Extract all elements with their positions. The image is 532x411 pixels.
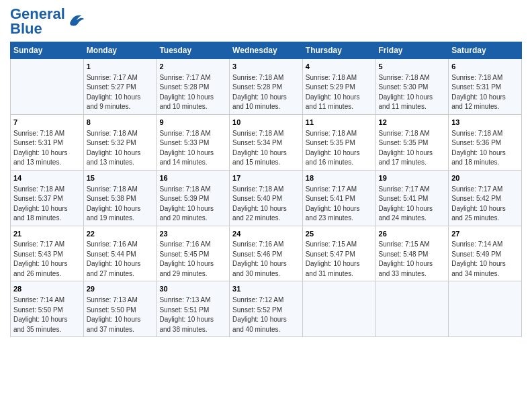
weekday-header-saturday: Saturday xyxy=(449,42,522,59)
sunset-text: Sunset: 5:49 PM xyxy=(451,250,501,258)
sunset-text: Sunset: 5:41 PM xyxy=(379,195,429,202)
sunrise-text: Sunrise: 7:14 AM xyxy=(13,296,64,304)
sunset-text: Sunset: 5:32 PM xyxy=(87,139,136,146)
weekday-header-thursday: Thursday xyxy=(302,42,375,59)
sunrise-text: Sunrise: 7:17 AM xyxy=(87,74,138,81)
daylight-text: Daylight: 10 hours and 23 minutes. xyxy=(306,205,360,222)
sunrise-text: Sunrise: 7:18 AM xyxy=(159,185,210,193)
daylight-text: Daylight: 10 hours and 13 minutes. xyxy=(87,149,141,167)
day-cell: 7 Sunrise: 7:18 AM Sunset: 5:31 PM Dayli… xyxy=(11,114,84,170)
sunrise-text: Sunrise: 7:18 AM xyxy=(87,185,138,193)
calendar-table: SundayMondayTuesdayWednesdayThursdayFrid… xyxy=(10,42,522,337)
day-cell: 23 Sunrise: 7:16 AM Sunset: 5:45 PM Dayl… xyxy=(157,226,230,281)
day-number: 19 xyxy=(379,173,446,183)
sunset-text: Sunset: 5:33 PM xyxy=(159,139,209,146)
day-number: 9 xyxy=(159,118,226,128)
sunrise-text: Sunrise: 7:17 AM xyxy=(13,240,64,248)
day-cell xyxy=(11,59,84,115)
daylight-text: Daylight: 10 hours and 34 minutes. xyxy=(451,260,506,277)
day-cell: 5 Sunrise: 7:18 AM Sunset: 5:30 PM Dayli… xyxy=(375,59,449,115)
weekday-header-tuesday: Tuesday xyxy=(157,42,230,59)
day-cell: 10 Sunrise: 7:18 AM Sunset: 5:34 PM Dayl… xyxy=(230,114,303,170)
day-cell: 14 Sunrise: 7:18 AM Sunset: 5:37 PM Dayl… xyxy=(11,170,84,226)
day-cell: 12 Sunrise: 7:18 AM Sunset: 5:35 PM Dayl… xyxy=(375,114,449,170)
daylight-text: Daylight: 10 hours and 10 minutes. xyxy=(232,93,287,111)
sunset-text: Sunset: 5:50 PM xyxy=(87,306,136,314)
day-number: 27 xyxy=(451,229,519,239)
day-cell: 30 Sunrise: 7:13 AM Sunset: 5:51 PM Dayl… xyxy=(157,281,230,337)
daylight-text: Daylight: 10 hours and 10 minutes. xyxy=(159,93,214,111)
sunrise-text: Sunrise: 7:13 AM xyxy=(159,296,210,304)
day-cell xyxy=(302,281,375,337)
day-cell: 18 Sunrise: 7:17 AM Sunset: 5:41 PM Dayl… xyxy=(302,170,375,226)
day-cell xyxy=(375,281,449,337)
sunset-text: Sunset: 5:31 PM xyxy=(13,139,63,146)
sunrise-text: Sunrise: 7:18 AM xyxy=(232,130,283,137)
sunrise-text: Sunrise: 7:17 AM xyxy=(451,185,502,193)
sunset-text: Sunset: 5:38 PM xyxy=(87,195,136,202)
sunrise-text: Sunrise: 7:12 AM xyxy=(232,296,283,304)
day-cell: 29 Sunrise: 7:13 AM Sunset: 5:50 PM Dayl… xyxy=(83,281,157,337)
daylight-text: Daylight: 10 hours and 18 minutes. xyxy=(451,149,506,167)
day-cell: 1 Sunrise: 7:17 AM Sunset: 5:27 PM Dayli… xyxy=(83,59,157,115)
week-row-5: 28 Sunrise: 7:14 AM Sunset: 5:50 PM Dayl… xyxy=(11,281,522,337)
sunset-text: Sunset: 5:28 PM xyxy=(232,83,282,91)
day-number: 18 xyxy=(306,173,373,183)
daylight-text: Daylight: 10 hours and 25 minutes. xyxy=(451,205,506,222)
day-number: 8 xyxy=(87,118,154,128)
daylight-text: Daylight: 10 hours and 12 minutes. xyxy=(451,93,506,111)
day-number: 4 xyxy=(306,62,373,72)
weekday-header-wednesday: Wednesday xyxy=(230,42,303,59)
day-cell: 2 Sunrise: 7:17 AM Sunset: 5:28 PM Dayli… xyxy=(157,59,230,115)
day-number: 10 xyxy=(232,118,300,128)
logo-text: General Blue xyxy=(10,7,65,36)
day-number: 1 xyxy=(87,62,154,72)
sunrise-text: Sunrise: 7:18 AM xyxy=(379,130,430,137)
weekday-header-monday: Monday xyxy=(83,42,157,59)
sunrise-text: Sunrise: 7:18 AM xyxy=(451,74,502,81)
header-row: SundayMondayTuesdayWednesdayThursdayFrid… xyxy=(11,42,522,59)
sunset-text: Sunset: 5:28 PM xyxy=(159,83,209,91)
daylight-text: Daylight: 10 hours and 29 minutes. xyxy=(159,260,214,277)
sunrise-text: Sunrise: 7:16 AM xyxy=(159,240,210,248)
sunset-text: Sunset: 5:27 PM xyxy=(87,83,136,91)
day-cell: 6 Sunrise: 7:18 AM Sunset: 5:31 PM Dayli… xyxy=(449,59,522,115)
daylight-text: Daylight: 10 hours and 26 minutes. xyxy=(13,260,68,277)
day-cell: 22 Sunrise: 7:16 AM Sunset: 5:44 PM Dayl… xyxy=(83,226,157,281)
daylight-text: Daylight: 10 hours and 17 minutes. xyxy=(379,149,433,167)
week-row-3: 14 Sunrise: 7:18 AM Sunset: 5:37 PM Dayl… xyxy=(11,170,522,226)
daylight-text: Daylight: 10 hours and 9 minutes. xyxy=(87,93,141,111)
day-cell: 25 Sunrise: 7:15 AM Sunset: 5:47 PM Dayl… xyxy=(302,226,375,281)
day-number: 14 xyxy=(13,173,81,183)
day-cell: 4 Sunrise: 7:18 AM Sunset: 5:29 PM Dayli… xyxy=(302,59,375,115)
daylight-text: Daylight: 10 hours and 13 minutes. xyxy=(13,149,68,167)
day-number: 11 xyxy=(306,118,373,128)
day-number: 2 xyxy=(159,62,226,72)
sunset-text: Sunset: 5:43 PM xyxy=(13,250,63,258)
sunset-text: Sunset: 5:44 PM xyxy=(87,250,136,258)
sunset-text: Sunset: 5:35 PM xyxy=(379,139,429,146)
sunrise-text: Sunrise: 7:17 AM xyxy=(306,185,357,193)
daylight-text: Daylight: 10 hours and 20 minutes. xyxy=(159,205,214,222)
daylight-text: Daylight: 10 hours and 40 minutes. xyxy=(232,316,287,333)
daylight-text: Daylight: 10 hours and 37 minutes. xyxy=(87,316,141,333)
logo: General Blue xyxy=(10,7,87,36)
daylight-text: Daylight: 10 hours and 11 minutes. xyxy=(379,93,433,111)
daylight-text: Daylight: 10 hours and 27 minutes. xyxy=(87,260,141,277)
daylight-text: Daylight: 10 hours and 16 minutes. xyxy=(306,149,360,167)
day-cell: 21 Sunrise: 7:17 AM Sunset: 5:43 PM Dayl… xyxy=(11,226,84,281)
day-cell: 3 Sunrise: 7:18 AM Sunset: 5:28 PM Dayli… xyxy=(230,59,303,115)
sunset-text: Sunset: 5:48 PM xyxy=(379,250,429,258)
sunrise-text: Sunrise: 7:18 AM xyxy=(379,74,430,81)
day-cell: 9 Sunrise: 7:18 AM Sunset: 5:33 PM Dayli… xyxy=(157,114,230,170)
day-cell: 13 Sunrise: 7:18 AM Sunset: 5:36 PM Dayl… xyxy=(449,114,522,170)
day-number: 21 xyxy=(13,229,81,239)
sunset-text: Sunset: 5:42 PM xyxy=(451,195,501,202)
sunset-text: Sunset: 5:31 PM xyxy=(451,83,501,91)
logo-blue: Blue xyxy=(10,20,42,37)
sunset-text: Sunset: 5:34 PM xyxy=(232,139,282,146)
sunrise-text: Sunrise: 7:18 AM xyxy=(87,130,138,137)
daylight-text: Daylight: 10 hours and 19 minutes. xyxy=(87,205,141,222)
week-row-2: 7 Sunrise: 7:18 AM Sunset: 5:31 PM Dayli… xyxy=(11,114,522,170)
daylight-text: Daylight: 10 hours and 22 minutes. xyxy=(232,205,287,222)
